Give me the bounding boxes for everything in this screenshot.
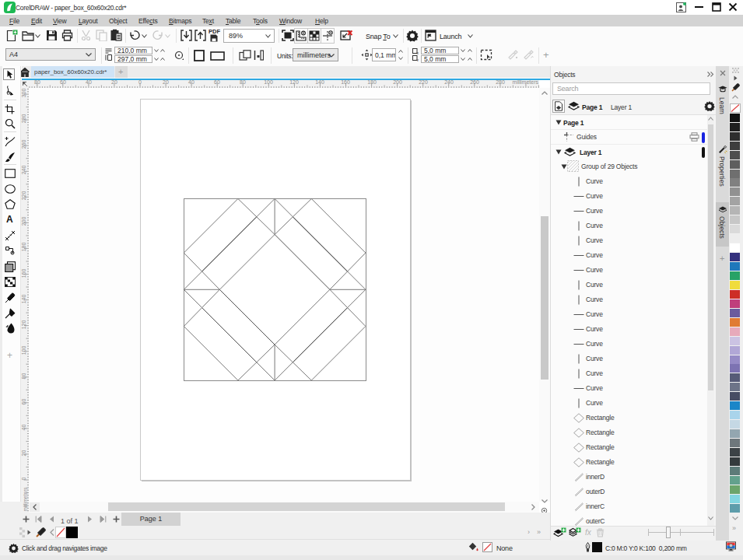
- svg-text:x: x: [417, 51, 419, 54]
- svg-text:y: y: [417, 58, 419, 61]
